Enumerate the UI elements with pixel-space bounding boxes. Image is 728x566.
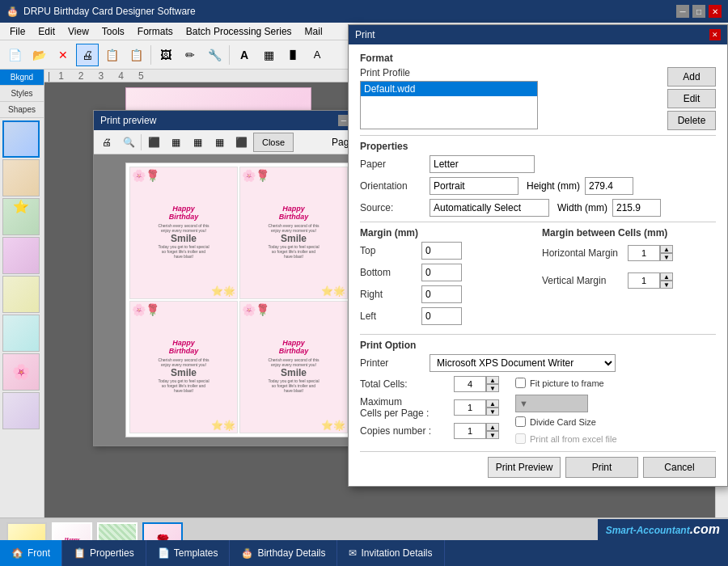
tool-grid[interactable]: ▦ [257, 44, 280, 66]
divide-card-row: Divide Card Size [515, 416, 617, 427]
max-cells-input[interactable] [454, 399, 486, 416]
tool-text[interactable]: A [233, 44, 256, 66]
tool-copy[interactable]: 📋 [100, 44, 123, 66]
app-icon: 🎂 [6, 6, 19, 17]
menu-mail[interactable]: Mail [298, 24, 329, 39]
total-cells-up[interactable]: ▲ [486, 376, 499, 384]
minimize-button[interactable]: ─ [676, 5, 689, 18]
horiz-margin-up[interactable]: ▲ [660, 245, 673, 253]
vert-margin-input[interactable] [628, 272, 660, 289]
tool-settings[interactable]: 🔧 [203, 44, 226, 66]
bg-thumb-8[interactable] [2, 392, 40, 429]
tool-close[interactable]: ✕ [52, 44, 74, 66]
margin-left-col: Margin (mm) Top Bottom Right Left [360, 227, 534, 329]
menu-view[interactable]: View [61, 24, 95, 39]
orientation-label: Orientation [360, 180, 425, 192]
horiz-margin-down[interactable]: ▼ [660, 253, 673, 261]
tool-barcode[interactable]: ▐▌ [281, 44, 304, 66]
maximize-button[interactable]: □ [692, 5, 705, 18]
height-input[interactable] [585, 177, 633, 195]
menu-batch[interactable]: Batch Processing Series [180, 24, 298, 39]
close-button[interactable]: ✕ [709, 5, 722, 18]
orientation-input[interactable] [430, 177, 518, 195]
menu-edit[interactable]: Edit [32, 24, 61, 39]
paper-input[interactable] [430, 155, 535, 173]
tab-invitation-label: Invitation Details [361, 547, 432, 559]
preview-zoom-btn[interactable]: 🔍 [119, 133, 138, 152]
preview-close-btn[interactable]: Close [253, 133, 294, 152]
profile-listbox[interactable]: Default.wdd [360, 81, 538, 129]
edit-profile-btn[interactable]: Edit [667, 89, 716, 108]
tool-print[interactable]: 🖨 [76, 44, 99, 66]
dialog-bottom-buttons: Print Preview Print Cancel [360, 451, 716, 478]
add-profile-btn[interactable]: Add [667, 67, 716, 87]
menu-formats[interactable]: Formats [131, 24, 180, 39]
preview-view-4[interactable]: ▦ [210, 133, 229, 152]
source-input[interactable] [430, 199, 549, 217]
preview-view-1[interactable]: ⬛ [144, 133, 163, 152]
tab-invitation-icon: ✉ [349, 547, 357, 559]
bg-thumb-1[interactable] [2, 120, 40, 158]
tool-draw[interactable]: ✏ [179, 44, 201, 66]
tool-paste[interactable]: 📋 [125, 44, 147, 66]
menu-file[interactable]: File [3, 24, 32, 39]
profile-buttons: Add Edit Delete [667, 67, 716, 130]
copies-down[interactable]: ▼ [486, 431, 499, 439]
bottom-input[interactable] [421, 264, 462, 281]
divide-card-checkbox[interactable] [515, 416, 526, 427]
horiz-margin-input[interactable] [628, 245, 660, 261]
card-cell-1: 🌸🌹 HappyBirthday Cherish every second of… [129, 167, 238, 299]
panel-tab-styles[interactable]: Styles [0, 86, 44, 102]
bg-thumb-3[interactable]: ⭐ [2, 198, 40, 235]
max-cells-spinner: ▲ ▼ [454, 399, 499, 416]
total-cells-down[interactable]: ▼ [486, 384, 499, 392]
tool-aa[interactable]: A [306, 44, 328, 66]
vert-margin-up[interactable]: ▲ [660, 272, 673, 281]
panel-tab-backgrounds[interactable]: Bkgnd [0, 70, 44, 86]
total-cells-input[interactable] [454, 376, 486, 392]
copies-spinner: ▲ ▼ [454, 423, 499, 439]
print-preview-btn[interactable]: Print Preview [488, 457, 561, 478]
tab-birthday-details[interactable]: 🎂 Birthday Details [230, 540, 337, 566]
width-input[interactable] [612, 199, 661, 217]
left-input[interactable] [421, 307, 462, 325]
menu-tools[interactable]: Tools [95, 24, 131, 39]
preview-view-3[interactable]: ▦ [188, 133, 207, 152]
right-input[interactable] [421, 285, 462, 303]
dialog-close-btn[interactable]: ✕ [709, 29, 721, 40]
vert-margin-down[interactable]: ▼ [660, 281, 673, 289]
panel-tab-shapes[interactable]: Shapes [0, 102, 44, 118]
card-cell-2: 🌸🌹 HappyBirthday Cherish every second of… [239, 167, 348, 299]
max-cells-up[interactable]: ▲ [486, 399, 499, 408]
bg-thumb-7[interactable]: 🌸 [2, 353, 40, 391]
fit-picture-checkbox[interactable] [515, 378, 526, 388]
preview-view-2[interactable]: ▦ [166, 133, 185, 152]
print-btn[interactable]: Print [565, 457, 638, 478]
source-row: Source: Width (mm) [360, 199, 716, 217]
bg-thumb-6[interactable] [2, 315, 40, 352]
cancel-btn[interactable]: Cancel [643, 457, 716, 478]
tool-open[interactable]: 📂 [28, 44, 50, 66]
tool-new[interactable]: 📄 [3, 44, 26, 66]
tab-invitation-details[interactable]: ✉ Invitation Details [337, 540, 444, 566]
bg-thumb-5[interactable] [2, 276, 40, 313]
bg-thumb-2[interactable] [2, 159, 40, 196]
app-title: DRPU Birthday Card Designer Software [23, 6, 196, 17]
copies-up[interactable]: ▲ [486, 423, 499, 431]
printer-select[interactable]: Microsoft XPS Document Writer [430, 354, 616, 372]
top-input[interactable] [421, 242, 462, 260]
max-cells-down[interactable]: ▼ [486, 408, 499, 416]
preview-print-btn[interactable]: 🖨 [97, 133, 116, 152]
delete-profile-btn[interactable]: Delete [667, 111, 716, 130]
tab-properties[interactable]: 📋 Properties [62, 540, 146, 566]
preview-view-5[interactable]: ⬛ [231, 133, 251, 152]
tab-front-label: Front [28, 547, 50, 559]
fit-dropdown[interactable]: ▼ [515, 395, 588, 412]
print-all-checkbox [515, 433, 526, 444]
tab-front[interactable]: 🏠 Front [0, 540, 62, 566]
bg-thumb-4[interactable] [2, 237, 40, 274]
profile-item-default[interactable]: Default.wdd [361, 82, 537, 96]
tab-templates[interactable]: 📄 Templates [146, 540, 231, 566]
copies-input[interactable] [454, 423, 486, 439]
tool-image[interactable]: 🖼 [154, 44, 177, 66]
